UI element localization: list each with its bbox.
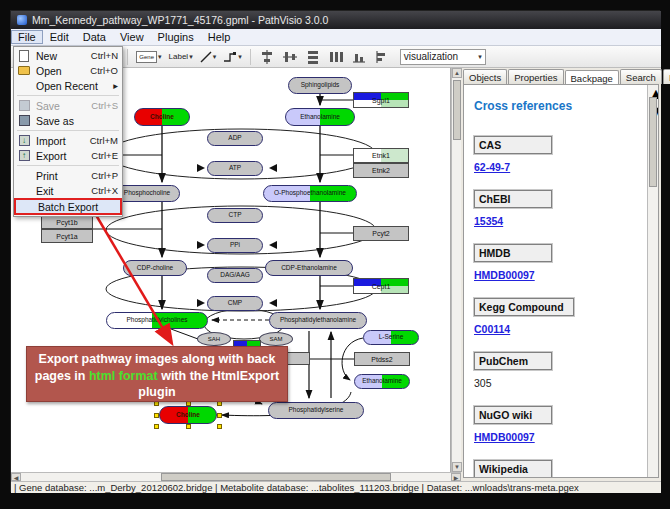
gene-tool-button[interactable]: Gene ▾ [135, 48, 162, 65]
scroll-left-icon[interactable]: ◀ [11, 473, 21, 481]
xref-link-nugo[interactable]: HMDB00097 [474, 431, 648, 443]
menu-view[interactable]: View [113, 30, 151, 44]
stack-rows-button[interactable] [304, 48, 322, 65]
node-pcyt1b[interactable]: Pcyt1b [41, 215, 93, 229]
node-phosphatidylcholines[interactable]: Phosphatidylcholines [106, 312, 208, 329]
node-ctp[interactable]: CTP [207, 208, 263, 223]
node-cdp-ethanolamine[interactable]: CDP-Ethanolamine [265, 260, 353, 276]
node-pcyt2[interactable]: Pcyt2 [353, 226, 409, 241]
chevron-down-icon[interactable]: ▾ [158, 53, 162, 61]
align-left-button[interactable] [373, 48, 391, 65]
align-center-horizontal-button[interactable] [281, 48, 299, 65]
file-menu-item-open[interactable]: Open Ctrl+O [14, 63, 122, 78]
chevron-down-icon[interactable]: ▾ [213, 53, 217, 61]
node-label: Ethanolamine [300, 114, 340, 121]
node-ethanolamine[interactable]: Ethanolamine [285, 108, 355, 126]
node-sphingolipids[interactable]: Sphingolipids [288, 77, 352, 94]
node-phosphatidylserine[interactable]: Phosphatidylserine [268, 402, 364, 419]
side-panel: Objects Properties Backpage Search Legen… [461, 68, 661, 481]
node-label: Phosphatidylcholines [126, 317, 187, 324]
scrollbar-thumb[interactable] [453, 80, 461, 140]
node-sgpl1[interactable]: Sgpl1 [353, 92, 409, 108]
tab-backpage[interactable]: Backpage [565, 70, 619, 85]
node-sah[interactable]: SAH [197, 332, 231, 346]
cross-references-heading: Cross references [474, 99, 648, 113]
canvas-vertical-scrollbar[interactable]: ▲ ▼ [451, 68, 461, 472]
node-ptdss2[interactable]: Ptdss2 [354, 352, 410, 366]
connector-tool-button[interactable]: ▾ [222, 48, 243, 65]
selection-handle[interactable] [186, 424, 191, 429]
node-l-serine[interactable]: L-Serine [363, 330, 419, 345]
menu-data[interactable]: Data [76, 30, 113, 44]
selection-handle[interactable] [217, 424, 222, 429]
node-choline[interactable]: Choline [134, 108, 190, 126]
line-tool-button[interactable]: ▾ [199, 48, 218, 65]
file-menu-item-print[interactable]: Print Ctrl+P [14, 168, 122, 183]
chevron-down-icon[interactable]: ▾ [238, 53, 242, 61]
menu-plugins[interactable]: Plugins [151, 30, 201, 44]
node-dag-aag[interactable]: DAG/AAG [207, 268, 263, 283]
node-cdp-choline[interactable]: CDP-choline [123, 260, 187, 276]
align-center-vertical-button[interactable] [258, 48, 276, 65]
canvas-horizontal-scrollbar[interactable]: ◀ ▶ [11, 472, 461, 481]
file-menu-item-exit[interactable]: Exit Ctrl+X [14, 183, 122, 198]
file-menu-item-export[interactable]: ↑ Export Ctrl+E [14, 148, 122, 163]
visualization-combobox[interactable]: visualization ▾ [400, 49, 486, 65]
xref-link-kegg[interactable]: C00114 [474, 323, 648, 335]
selection-handle[interactable] [154, 413, 159, 418]
node-etnk1[interactable]: Etnk1 [353, 148, 409, 163]
tab-objects[interactable]: Objects [463, 69, 507, 84]
node-ppi[interactable]: PPi [207, 238, 263, 253]
scroll-right-icon[interactable]: ▶ [451, 473, 461, 481]
node-pcyt1a[interactable]: Pcyt1a [41, 229, 93, 243]
menu-file[interactable]: File [11, 30, 43, 44]
connector-tool-icon [223, 51, 237, 63]
node-adp[interactable]: ADP [207, 131, 263, 146]
scroll-down-icon[interactable]: ▼ [452, 462, 462, 472]
node-choline-selected[interactable]: Choline [159, 406, 217, 424]
title-bar[interactable]: Mm_Kennedy_pathway_WP1771_45176.gpml - P… [11, 11, 661, 29]
selection-handle[interactable] [154, 424, 159, 429]
scrollbar-thumb[interactable] [649, 97, 657, 187]
status-text: | Gene database: ...m_Derby_20120602.bri… [14, 482, 579, 493]
file-menu-item-save-as[interactable]: Save as [14, 113, 122, 128]
node-cept1[interactable]: Cept1 [353, 278, 409, 294]
selection-handle[interactable] [217, 413, 222, 418]
node-sam[interactable]: SAM [259, 332, 293, 346]
chevron-down-icon[interactable]: ▾ [478, 53, 482, 61]
stack-columns-button[interactable] [327, 48, 345, 65]
node-cmp[interactable]: CMP [207, 296, 263, 311]
align-bottom-button[interactable] [350, 48, 368, 65]
node-label: Cept1 [372, 283, 391, 290]
file-menu-item-batch-export[interactable]: Batch Export [14, 198, 122, 215]
tab-properties[interactable]: Properties [508, 69, 563, 84]
tab-search[interactable]: Search [620, 69, 662, 84]
node-label: PPi [230, 242, 240, 249]
align-bottom-icon [352, 50, 366, 64]
file-menu-item-import[interactable]: ↓ Import Ctrl+M [14, 133, 122, 148]
node-phosphatidylethanolamine[interactable]: Phosphatidylethanolamine [269, 312, 367, 329]
panel-vertical-scrollbar[interactable]: ▲ ▼ [647, 85, 658, 478]
chevron-down-icon[interactable]: ▾ [189, 53, 193, 61]
node-label: Phosphatidylserine [289, 407, 344, 414]
xref-link-hmdb[interactable]: HMDB00097 [474, 269, 648, 281]
node-label: Phosphocholine [124, 190, 170, 197]
node-etnk2[interactable]: Etnk2 [353, 163, 409, 178]
file-menu-item-new[interactable]: New Ctrl+N [14, 48, 122, 63]
scroll-up-icon[interactable]: ▲ [452, 68, 462, 78]
new-document-icon [16, 50, 32, 62]
label-tool-button[interactable]: Label ▾ [168, 48, 194, 65]
file-menu-item-open-recent[interactable]: Open Recent ▸ [14, 78, 122, 93]
node-o-phosphoethanolamine[interactable]: O-Phosphoethanolamine [263, 185, 357, 202]
node-atp[interactable]: ATP [207, 161, 263, 176]
node-label: Ptdss2 [371, 356, 392, 363]
node-ethanolamine-2[interactable]: Ethanolamine [354, 374, 410, 389]
xref-link-chebi[interactable]: 15354 [474, 215, 648, 227]
menu-edit[interactable]: Edit [43, 30, 76, 44]
node-phosphocholine[interactable]: Phosphocholine [114, 185, 180, 202]
scrollbar-thumb[interactable] [161, 473, 391, 481]
tab-legend[interactable]: Legend [663, 69, 670, 84]
stack-columns-icon [329, 50, 343, 64]
xref-link-cas[interactable]: 62-49-7 [474, 161, 648, 173]
menu-help[interactable]: Help [201, 30, 238, 44]
